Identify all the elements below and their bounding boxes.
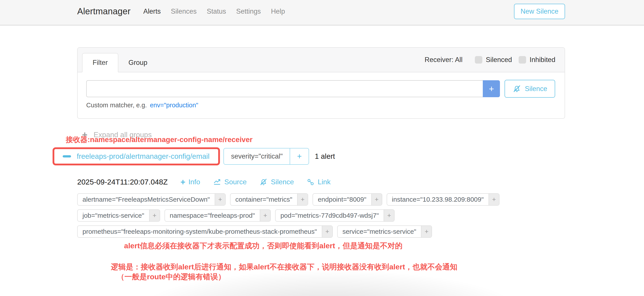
link-button-label: Link [318, 178, 330, 186]
alert-label-text: pod="metrics-77d9cdb497-wdsj7" [276, 210, 384, 221]
add-group-matcher-icon[interactable]: + [290, 148, 308, 164]
inhibited-checkbox-label: Inhibited [530, 56, 555, 64]
alert-item: 2025-09-24T11:20:07.048Z + Info Source [77, 178, 583, 238]
alert-group-row: freeleaps-prod/alertmanager-config/email… [52, 147, 335, 165]
add-filter-icon[interactable]: + [488, 194, 499, 205]
alert-label-text: instance="10.233.98.209:8009" [387, 194, 488, 205]
tab-group[interactable]: Group [118, 54, 158, 72]
add-filter-icon[interactable]: + [215, 194, 225, 205]
tab-filter[interactable]: Filter [82, 53, 118, 72]
alert-label-text: namespace="freeleaps-prod" [165, 210, 260, 221]
alert-labels: alertname="FreeleapsMetricsServiceDown" … [77, 193, 583, 238]
inhibited-checkbox[interactable]: Inhibited [519, 56, 555, 64]
receiver-filter-label[interactable]: Receiver: All [425, 56, 462, 64]
bell-slash-icon [259, 178, 268, 186]
filter-options: Receiver: All Silenced Inhibited [425, 56, 555, 64]
label-row: prometheus="freeleaps-monitoring-system/… [77, 226, 583, 238]
filter-card-body: + Silence Custom matcher, e.g. env="prod… [78, 72, 564, 109]
link-icon [306, 178, 314, 186]
annotation-note-1: alert信息必须在接收器下才表示配置成功，否则即使能看到alert，但是通知是… [124, 241, 402, 250]
silence-filter-label: Silence [525, 85, 547, 93]
annotation-note-3: （一般是route中的逻辑有错误） [117, 272, 226, 282]
chart-line-icon [213, 178, 221, 186]
annotation-receiver-format: 接收器:namespace/altermanager-config-name/r… [66, 135, 252, 144]
add-filter-icon[interactable]: + [421, 226, 432, 237]
label-row: alertname="FreeleapsMetricsServiceDown" … [77, 193, 583, 206]
nav-item-silences[interactable]: Silences [171, 8, 197, 16]
info-button-label: Info [188, 178, 200, 186]
alert-label-tag: namespace="freeleaps-prod" + [164, 209, 271, 222]
app-brand[interactable]: Alertmanager [77, 6, 131, 16]
silenced-checkbox[interactable]: Silenced [475, 56, 512, 64]
new-silence-button[interactable]: New Silence [514, 4, 565, 19]
matcher-input[interactable] [86, 80, 483, 97]
filter-card: Filter Group Receiver: All Silenced Inhi… [77, 47, 565, 119]
annotation-highlight-box: freeleaps-prod/alertmanager-config/email [52, 147, 220, 165]
silence-alert-button[interactable]: Silence [259, 178, 294, 186]
alert-label-tag: prometheus="freeleaps-monitoring-system/… [77, 226, 333, 238]
add-filter-icon[interactable]: + [260, 210, 270, 221]
alert-label-text: prometheus="freeleaps-monitoring-system/… [78, 226, 322, 237]
nav-item-help[interactable]: Help [271, 8, 285, 16]
source-button[interactable]: Source [213, 178, 246, 186]
silenced-checkbox-label: Silenced [486, 56, 512, 64]
nav-menu: Alerts Silences Status Settings Help [144, 8, 285, 16]
add-filter-icon[interactable]: + [371, 194, 382, 205]
silence-filter-button[interactable]: Silence [504, 80, 555, 98]
add-filter-icon[interactable]: + [322, 226, 332, 237]
add-filter-icon[interactable]: + [297, 194, 308, 205]
alert-label-text: service="metrics-service" [338, 226, 421, 237]
group-receiver-button[interactable]: freeleaps-prod/alertmanager-config/email [77, 152, 210, 160]
alert-count: 1 alert [315, 152, 335, 160]
alert-label-tag: instance="10.233.98.209:8009" + [387, 193, 500, 206]
annotation-note-2: 逻辑是：接收器收到alert后进行通知，如果alert不在接收器下，说明接收器没… [111, 262, 457, 272]
alert-label-text: container="metrics" [230, 194, 297, 205]
bell-slash-icon [512, 84, 521, 93]
alert-label-text: endpoint="8009" [313, 194, 371, 205]
filter-card-header: Filter Group Receiver: All Silenced Inhi… [78, 48, 564, 72]
hint-text: Custom matcher, e.g. [86, 102, 147, 109]
group-matcher-text: severity="critical" [224, 148, 290, 164]
alert-label-tag: endpoint="8009" + [312, 193, 382, 206]
silence-alert-label: Silence [271, 178, 294, 186]
checkbox-icon[interactable] [519, 56, 526, 64]
matcher-row: + Silence [86, 80, 555, 98]
alert-label-tag: pod="metrics-77d9cdb497-wdsj7" + [275, 209, 394, 222]
nav-item-settings[interactable]: Settings [236, 8, 261, 16]
alert-label-text: alertname="FreeleapsMetricsServiceDown" [78, 194, 215, 205]
alert-label-tag: alertname="FreeleapsMetricsServiceDown" … [77, 193, 226, 206]
alert-label-tag: job="metrics-service" + [77, 209, 160, 222]
group-matcher-tag: severity="critical" + [224, 148, 309, 165]
label-row: job="metrics-service" + namespace="freel… [77, 209, 583, 222]
info-button[interactable]: + Info [180, 178, 200, 186]
alert-header-row: 2025-09-24T11:20:07.048Z + Info Source [77, 178, 583, 186]
add-matcher-button[interactable]: + [483, 80, 500, 97]
checkbox-icon[interactable] [475, 56, 482, 64]
alert-label-tag: service="metrics-service" + [337, 226, 432, 238]
matcher-example-link[interactable]: env="production" [150, 102, 198, 109]
add-filter-icon[interactable]: + [384, 210, 394, 221]
custom-matcher-hint: Custom matcher, e.g. env="production" [86, 102, 555, 109]
plus-icon: + [180, 178, 185, 186]
alert-label-text: job="metrics-service" [78, 210, 149, 221]
collapse-minus-icon[interactable] [63, 155, 71, 158]
nav-item-status[interactable]: Status [207, 8, 226, 16]
add-filter-icon[interactable]: + [149, 210, 160, 221]
nav-item-alerts[interactable]: Alerts [144, 8, 161, 16]
link-button[interactable]: Link [306, 178, 330, 186]
source-button-label: Source [224, 178, 246, 186]
alertmanager-page: Alertmanager Alerts Silences Status Sett… [0, 0, 644, 296]
top-navbar: Alertmanager Alerts Silences Status Sett… [0, 0, 644, 26]
alert-timestamp: 2025-09-24T11:20:07.048Z [77, 178, 168, 186]
alert-label-tag: container="metrics" + [230, 193, 308, 206]
